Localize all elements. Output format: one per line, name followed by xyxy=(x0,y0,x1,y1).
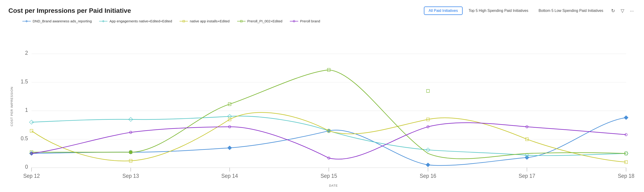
refresh-button[interactable]: ↻ xyxy=(609,7,617,14)
filter-button[interactable]: ▽ xyxy=(619,7,626,14)
svg-marker-38 xyxy=(426,163,430,167)
legend-item-3: Preroll_PI_002+Edited xyxy=(237,19,282,23)
legend-line-0 xyxy=(22,19,31,23)
legend-line-2 xyxy=(180,19,188,23)
legend-label-3: Preroll_PI_002+Edited xyxy=(248,19,282,23)
legend-item-4: Preroll brand xyxy=(290,19,320,23)
top5-button[interactable]: Top 5 High Spending Paid Initiatives xyxy=(464,7,532,14)
svg-text:Sep 12: Sep 12 xyxy=(23,173,40,179)
svg-text:Sep 18: Sep 18 xyxy=(618,173,634,179)
svg-text:Sep 16: Sep 16 xyxy=(420,173,436,179)
chart-inner: 2 1.5 1 0.5 0 Sep 12 Sep 13 Sep 14 Sep 1… xyxy=(17,25,636,187)
svg-marker-36 xyxy=(228,146,232,150)
svg-container: 2 1.5 1 0.5 0 Sep 12 Sep 13 Sep 14 Sep 1… xyxy=(17,25,636,183)
svg-text:0.5: 0.5 xyxy=(21,135,28,141)
svg-text:0: 0 xyxy=(25,164,28,170)
filter-bar: All Paid Initiatives Top 5 High Spending… xyxy=(424,6,636,15)
legend-label-1: App engagements native+Edited+Edited xyxy=(109,19,172,23)
legend-item-0: DND_Brand awareness ads_reporting xyxy=(22,19,92,23)
chart-legend: DND_Brand awareness ads_reporting App en… xyxy=(8,19,636,23)
legend-line-3 xyxy=(237,19,246,23)
refresh-icon: ↻ xyxy=(611,8,615,13)
legend-line-4 xyxy=(290,19,298,23)
legend-label-2: native app installs+Edited xyxy=(190,19,230,23)
x-axis-label: DATE xyxy=(17,184,636,187)
svg-text:Sep 14: Sep 14 xyxy=(221,173,238,179)
svg-text:1.5: 1.5 xyxy=(21,78,28,85)
legend-line-1 xyxy=(99,19,108,23)
y-axis-label: COST PER IMPRESSION xyxy=(8,25,15,187)
svg-rect-59 xyxy=(426,89,429,93)
chart-title: Cost per Impressions per Paid Initiative xyxy=(8,7,131,14)
bottom5-button[interactable]: Bottom 5 Low Spending Paid Initiatives xyxy=(534,7,608,14)
legend-label-0: DND_Brand awareness ads_reporting xyxy=(33,19,92,23)
main-container: Cost per Impressions per Paid Initiative… xyxy=(0,0,644,192)
svg-text:1: 1 xyxy=(25,107,28,113)
svg-rect-56 xyxy=(129,151,132,154)
svg-text:2: 2 xyxy=(25,50,28,56)
legend-item-1: App engagements native+Edited+Edited xyxy=(99,19,172,23)
chart-header: Cost per Impressions per Paid Initiative… xyxy=(8,6,636,15)
legend-item-2: native app installs+Edited xyxy=(180,19,230,23)
svg-text:Sep 17: Sep 17 xyxy=(518,173,535,179)
legend-label-4: Preroll brand xyxy=(300,19,320,23)
svg-text:Sep 15: Sep 15 xyxy=(320,173,337,179)
chart-area: COST PER IMPRESSION 2 1.5 1 xyxy=(8,25,636,187)
svg-text:Sep 13: Sep 13 xyxy=(122,173,139,179)
more-button[interactable]: ··· xyxy=(628,7,636,14)
main-chart-svg: 2 1.5 1 0.5 0 Sep 12 Sep 13 Sep 14 Sep 1… xyxy=(17,25,636,183)
more-icon: ··· xyxy=(630,8,634,13)
all-paid-button[interactable]: All Paid Initiatives xyxy=(424,6,462,15)
filter-icon: ▽ xyxy=(621,8,624,13)
svg-marker-40 xyxy=(624,116,628,120)
